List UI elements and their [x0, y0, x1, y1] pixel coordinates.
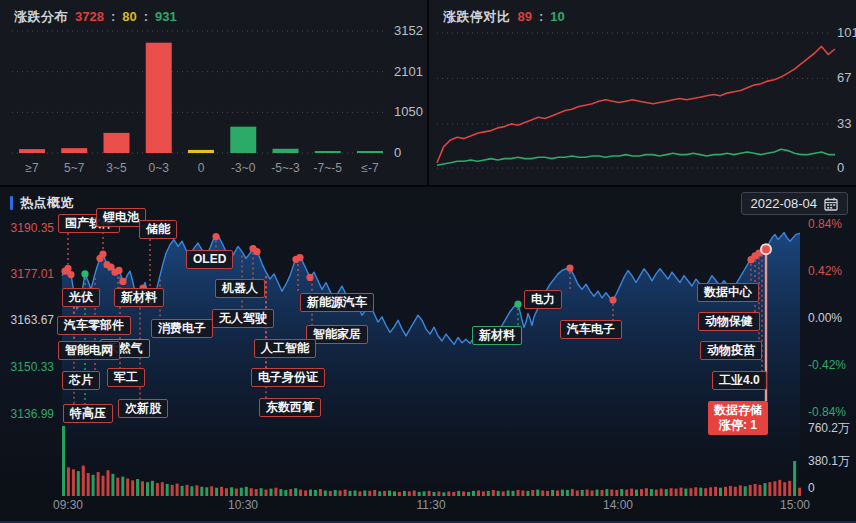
axis-tick: 0~3	[149, 161, 170, 175]
highlight-limit-count: 涨停: 1	[714, 418, 762, 433]
sector-tag[interactable]: 智能电网	[58, 341, 120, 360]
stock-dashboard: 涨跌分布 3728: 80: 931 3152210110500≥75~73~5…	[0, 0, 856, 523]
sector-tag[interactable]: 电子身份证	[251, 368, 325, 387]
pct-tick: 0	[808, 481, 815, 495]
limit-compare-header: 涨跌停对比 89: 10	[443, 8, 565, 26]
hotspot-header: 热点概览	[10, 194, 74, 212]
sector-tag[interactable]: 新能源汽车	[300, 293, 374, 312]
time-tick: 11:30	[416, 498, 445, 512]
hotspot-title: 热点概览	[20, 194, 74, 212]
sector-tag[interactable]: 次新股	[118, 399, 168, 418]
axis-tick: 101	[837, 25, 856, 40]
bar--3~0	[230, 127, 256, 153]
panel-limit-compare: 涨跌停对比 89: 10 10167330	[429, 0, 856, 185]
bar--7~-5	[315, 151, 341, 153]
axis-tick: 3152	[394, 23, 423, 38]
axis-tick: 2101	[394, 64, 423, 79]
highlight-sector-tooltip[interactable]: 数据存储涨停: 1	[708, 401, 768, 435]
sector-tag[interactable]: 军工	[107, 368, 145, 387]
axis-tick: -3~0	[231, 161, 256, 175]
pct-tick: 380.1万	[808, 454, 850, 468]
up-count: 3728	[75, 9, 104, 24]
sector-tag[interactable]: 东数西算	[259, 398, 321, 417]
price-tick: 3136.99	[11, 407, 55, 421]
sector-tag[interactable]: 人工智能	[254, 339, 316, 358]
limit-compare-svg: 10167330	[429, 0, 856, 185]
colon: :	[539, 9, 543, 24]
hotspot-index-chart: 3190.353177.013163.673150.333136.990.84%…	[0, 187, 856, 521]
sector-tag[interactable]: 消费电子	[151, 319, 213, 338]
accent-bar	[10, 196, 13, 210]
limit-down-count: 10	[550, 9, 564, 24]
sector-tag[interactable]: 无人驾驶	[212, 309, 274, 328]
date-value: 2022-08-04	[751, 196, 818, 211]
highlight-sector-name: 数据存储	[714, 403, 762, 418]
sector-tag[interactable]: 工业4.0	[712, 371, 767, 390]
pct-tick: -0.84%	[808, 405, 846, 419]
sector-tag[interactable]: 汽车零部件	[57, 316, 131, 335]
bar-3~5	[104, 133, 130, 153]
price-tick: 3190.35	[11, 221, 55, 235]
highlight-dot	[761, 244, 771, 254]
sector-tag[interactable]: 动物保健	[698, 312, 760, 331]
sector-tag[interactable]: 芯片	[62, 371, 100, 390]
colon: :	[144, 9, 148, 24]
axis-tick: -7~-5	[314, 161, 343, 175]
flat-count: 80	[122, 9, 136, 24]
axis-tick: -5~-3	[271, 161, 300, 175]
bar--5~-3	[273, 149, 299, 153]
time-tick: 14:00	[603, 498, 633, 512]
distribution-title: 涨跌分布	[14, 8, 68, 26]
sector-tag[interactable]: 特高压	[63, 404, 113, 423]
pct-tick: 760.2万	[808, 421, 850, 435]
distribution-svg: 3152210110500≥75~73~50~30-3~0-5~-3-7~-5≤…	[0, 0, 427, 185]
axis-tick: 0	[837, 160, 844, 175]
colon: :	[111, 9, 115, 24]
sector-tag[interactable]: 新材料	[114, 288, 164, 307]
axis-tick: ≥7	[25, 161, 39, 175]
pct-tick: 0.42%	[808, 264, 842, 278]
limit-compare-line-chart: 10167330	[429, 0, 856, 185]
price-tick: 3150.33	[11, 360, 55, 374]
down-count: 931	[155, 9, 177, 24]
bar-5~7	[61, 148, 87, 153]
sector-tag[interactable]: 汽车电子	[560, 320, 622, 339]
sector-tag[interactable]: 光伏	[62, 288, 100, 307]
sector-tag[interactable]: 储能	[139, 220, 177, 239]
sector-tag[interactable]: 新材料	[472, 326, 522, 345]
axis-tick: 1050	[394, 104, 423, 119]
sector-tag[interactable]: 动物疫苗	[700, 341, 762, 360]
limit-up-count: 89	[518, 9, 532, 24]
top-panels: 涨跌分布 3728: 80: 931 3152210110500≥75~73~5…	[0, 0, 856, 185]
pct-tick: -0.42%	[808, 358, 846, 372]
sector-tag[interactable]: OLED	[186, 250, 233, 269]
date-picker[interactable]: 2022-08-04	[741, 192, 849, 215]
bar-0~3	[146, 43, 172, 153]
time-tick: 15:00	[780, 498, 810, 512]
axis-tick: 5~7	[64, 161, 85, 175]
axis-tick: 33	[837, 116, 851, 131]
limit-up-line	[437, 46, 835, 162]
price-tick: 3177.01	[11, 267, 55, 281]
sector-tag[interactable]: 数据中心	[697, 283, 759, 302]
gridlines	[12, 31, 386, 153]
bar-≥7	[19, 149, 45, 153]
distribution-bar-chart: 3152210110500≥75~73~50~30-3~0-5~-3-7~-5≤…	[0, 0, 427, 185]
pct-tick: 0.84%	[808, 217, 842, 231]
sector-tag[interactable]: 电力	[524, 290, 562, 309]
distribution-bars	[19, 43, 383, 153]
limit-down-line	[437, 149, 835, 165]
axis-tick: 3~5	[106, 161, 127, 175]
pct-tick: 0.00%	[808, 311, 842, 325]
price-tick: 3163.67	[11, 313, 55, 327]
limit-compare-title: 涨跌停对比	[443, 8, 511, 26]
bar-≤-7	[357, 151, 383, 153]
index-area	[62, 233, 800, 496]
panel-hotspot: 热点概览 2022-08-04 3190.353177.013163.67315…	[0, 185, 856, 523]
axis-tick: 0	[198, 161, 205, 175]
sector-tag[interactable]: 机器人	[215, 279, 265, 298]
bar-0	[188, 150, 214, 153]
calendar-icon	[824, 197, 838, 211]
axis-tick: ≤-7	[361, 161, 379, 175]
time-tick: 09:30	[53, 498, 83, 512]
